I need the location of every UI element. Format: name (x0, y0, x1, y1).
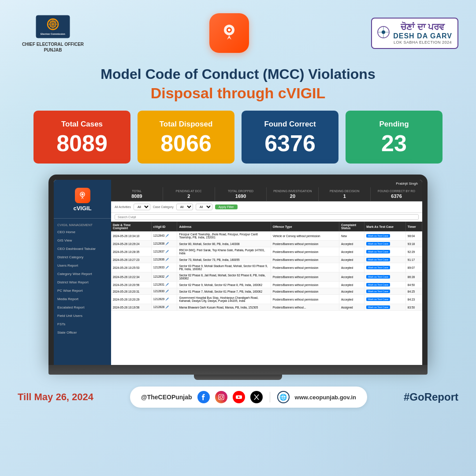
cell-mark-test[interactable]: Mark as Test Case (364, 282, 406, 288)
cell-mark-test[interactable]: Mark as Test Case (364, 304, 406, 311)
cell-mark-test[interactable]: Mark as Test Case (364, 272, 406, 282)
cvigil-interface: cVIGIL cVIGIL Management CEO Home GIS Vi… (54, 180, 422, 365)
cell-status: Accepted (339, 241, 364, 247)
cell-timer: 86:28 (405, 272, 422, 282)
cell-status: Accepted (339, 295, 364, 304)
stat-card-disposed: Total Disposed 8066 (138, 111, 234, 164)
desh-da-garv-box: ਚੋਣਾਂ ਦਾ ਪਰਵ DESH DA GARV LOK SABHA ELEC… (371, 18, 458, 49)
cell-mark-test[interactable]: Mark as Test Case (364, 247, 406, 257)
header-stat-total: TOTAL 8089 (111, 187, 163, 201)
youtube-icon[interactable] (233, 391, 245, 403)
cell-offence: Posters/Banners without permission (271, 295, 339, 304)
cell-mark-test[interactable]: Mark as Test Case (364, 231, 406, 241)
sidebar-title: cVIGIL (56, 205, 109, 212)
cell-status: Accepted (339, 288, 364, 295)
interface-stats-header: TOTAL 8089 PENDING AT DCC 2 TOTAL DROPPE… (111, 187, 422, 201)
th-mark-test: Mark As Test Case (364, 222, 406, 231)
cell-id: 1212830 🖊️ (151, 288, 177, 295)
cell-status: New (339, 231, 364, 241)
cell-offence: Posters/Banners without permission (271, 241, 339, 247)
table-row: 2024-05-26 10:20:31 1212830 🖊️ Sector 61… (111, 288, 422, 295)
social-bar: @TheCEOPunjab (130, 387, 367, 408)
cell-datetime: 2024-05-26 10:29:24 (111, 241, 151, 247)
sidebar-item-category-wise[interactable]: Category Wise Report (54, 270, 111, 278)
cell-datetime: 2024-05-26 10:19:56 (111, 304, 151, 311)
cell-offence: Vehicle or Convoy without permission (271, 231, 339, 241)
filter-all[interactable]: All (196, 204, 212, 210)
mark-test-case-button[interactable]: Mark as Test Case (366, 290, 390, 293)
sidebar-item-state-officer[interactable]: State Officer (54, 328, 111, 337)
facebook-icon[interactable] (197, 391, 210, 403)
instagram-icon[interactable] (215, 391, 227, 403)
cell-mark-test[interactable]: Mark as Test Case (364, 241, 406, 247)
th-datetime: Date & TimeComplaint (111, 222, 151, 231)
sidebar-item-media[interactable]: Media Report (54, 295, 111, 303)
stat-label-pending: Pending (379, 119, 409, 129)
mark-test-case-button[interactable]: Mark as Test Case (366, 305, 390, 309)
cell-address: Government Hospital Bus Stop, Hoshiarpur… (177, 295, 271, 304)
x-twitter-icon[interactable] (250, 391, 263, 403)
stat-label-total-cases: Total Cases (61, 119, 103, 129)
sidebar-item-ceo-dashboard[interactable]: CEO Dashboard Tabular (54, 245, 111, 253)
svg-point-7 (49, 19, 56, 28)
table-row: 2024-05-26 10:29:24 1212838 🖊️ Sector 80… (111, 241, 422, 247)
social-divider (270, 392, 270, 402)
cell-timer: 84:25 (405, 288, 422, 295)
cvigil-app-icon (209, 13, 249, 53)
stat-card-found-correct: Found Correct 6376 (242, 111, 338, 164)
top-bar: Prabhjit Singh (111, 180, 422, 187)
stat-value-found-correct: 6376 (264, 132, 316, 155)
h-stat-val-3: 20 (268, 193, 317, 199)
sidebar-item-district-wise[interactable]: District Wise Report (54, 278, 111, 286)
table-row: 2024-05-26 10:20:56 1212831 🖊️ Sector 62… (111, 282, 422, 288)
table-row: 2024-05-26 10:22:34 1212832 🖊️ Sector 62… (111, 272, 422, 282)
cell-offence: Posters/Banners without permission (271, 247, 339, 257)
cell-status: Accepted (339, 263, 364, 272)
stat-card-total-cases: Total Cases 8089 (33, 111, 130, 164)
mark-test-case-button[interactable]: Mark as Test Case (366, 266, 390, 269)
apply-filter-button[interactable]: Apply Filter (215, 205, 238, 209)
cell-address: Sector 62 Phase 9, Mohali, Sector 62 Pha… (177, 282, 271, 288)
sidebar-item-field-unit[interactable]: Field Unit Users (54, 312, 111, 320)
cell-mark-test[interactable]: Mark as Test Case (364, 257, 406, 263)
sidebar-logo-icon (75, 188, 90, 203)
sidebar-item-users-report[interactable]: Users Report (54, 261, 111, 270)
mark-test-case-button[interactable]: Mark as Test Case (366, 275, 390, 279)
filter-case-category[interactable]: All (176, 204, 193, 210)
cell-id: 1212832 🖊️ (151, 272, 177, 282)
header-stat-pending-dec: PENDING DECISION 1 (319, 187, 371, 201)
title-sub: Disposal through cVIGIL (100, 85, 375, 102)
main-content: Prabhjit Singh TOTAL 8089 PENDING AT DCC… (111, 180, 422, 365)
filter-all-activities[interactable]: All (134, 204, 150, 210)
th-status: ComplaintStatus (339, 222, 364, 231)
sidebar-item-pc-wise[interactable]: PC Wise Report (54, 286, 111, 295)
cell-mark-test[interactable]: Mark as Test Case (364, 295, 406, 304)
cell-address: Sector 62 Phase 8, Jail Road, Mohali, Se… (177, 272, 271, 282)
punjabi-text: ਚੋਣਾਂ ਦਾ ਪਰਵ (393, 22, 452, 32)
cell-mark-test[interactable]: Mark as Test Case (364, 288, 406, 295)
sidebar-item-ceo-home[interactable]: CEO Home (54, 228, 111, 236)
mark-test-case-button[interactable]: Mark as Test Case (366, 298, 390, 301)
sidebar-item-gis-view[interactable]: GIS View (54, 236, 111, 245)
sidebar-item-escalated[interactable]: Escalated Report (54, 303, 111, 312)
sidebar-item-district-category[interactable]: District Category (54, 253, 111, 261)
stats-row: Total Cases 8089 Total Disposed 8066 Fou… (18, 111, 458, 164)
stat-value-disposed: 8066 (160, 132, 212, 155)
mark-test-case-button[interactable]: Mark as Test Case (366, 250, 390, 253)
sidebar-item-fsts[interactable]: FSTs (54, 320, 111, 328)
th-address: Address (177, 222, 271, 231)
search-input[interactable] (115, 214, 419, 220)
cell-id: 1212829 🖊️ (151, 295, 177, 304)
cell-datetime: 2024-05-26 10:28:35 (111, 247, 151, 257)
cell-address: R9CH+3WQ, Peel Sarak, Top Khana Gate, Pa… (177, 247, 271, 257)
mark-test-case-button[interactable]: Mark as Test Case (366, 242, 390, 245)
mark-test-case-button[interactable]: Mark as Test Case (366, 258, 390, 261)
search-row (111, 213, 422, 222)
cell-id: 1212843 🖊️ (151, 231, 177, 241)
cell-mark-test[interactable]: Mark as Test Case (364, 263, 406, 272)
cell-datetime: 2024-05-26 10:20:31 (111, 288, 151, 295)
stat-card-pending: Pending 23 (346, 111, 443, 164)
mark-test-case-button[interactable]: Mark as Test Case (366, 234, 390, 238)
cell-datetime: 2024-05-26 10:22:34 (111, 272, 151, 282)
mark-test-case-button[interactable]: Mark as Test Case (366, 283, 390, 286)
